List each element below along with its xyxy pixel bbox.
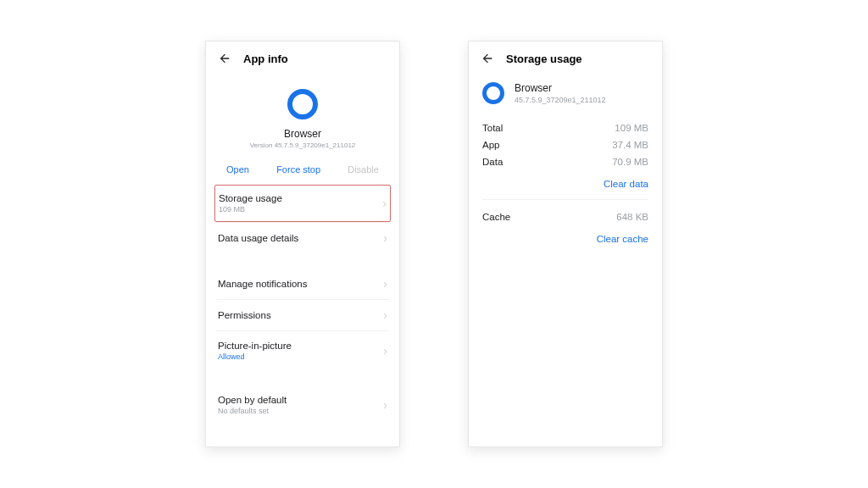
app-version: 45.7.5.9_37209e1_211012 (515, 96, 606, 104)
kv-app: App 37.4 MB (482, 136, 648, 153)
row-title: Open by default (218, 395, 287, 405)
row-open-by-default[interactable]: Open by default No defaults set › (216, 385, 389, 424)
settings-list-2: Manage notifications › Permissions › Pic… (206, 269, 399, 370)
kv-total: Total 109 MB (482, 119, 648, 136)
row-title: Data usage details (218, 233, 298, 243)
row-permissions[interactable]: Permissions › (216, 299, 389, 330)
row-title: Picture-in-picture (218, 341, 292, 351)
action-row: Open Force stop Disable (206, 156, 399, 185)
app-name: Browser (515, 82, 606, 94)
kv-data: Data 70.9 MB (482, 153, 648, 170)
kv-val: 648 KB (616, 212, 648, 222)
disable-button: Disable (348, 164, 379, 175)
chevron-right-icon: › (383, 232, 387, 244)
open-button[interactable]: Open (226, 164, 249, 175)
row-sub: Allowed (218, 352, 292, 361)
row-title: Storage usage (219, 193, 282, 203)
app-name: Browser (284, 128, 321, 140)
kv-key: Data (482, 157, 503, 167)
page-title: Storage usage (506, 53, 582, 65)
browser-app-icon (287, 89, 318, 119)
chevron-right-icon: › (383, 399, 387, 411)
kv-key: App (482, 140, 499, 150)
app-version: Version 45.7.5.9_37209e1_211012 (250, 141, 356, 149)
settings-list-1: Storage usage 109 MB › Data usage detail… (206, 185, 399, 253)
chevron-right-icon: › (383, 278, 387, 290)
cache-section: Cache 648 KB (469, 205, 662, 225)
titlebar: App info (206, 42, 399, 74)
storage-usage-screen: Storage usage Browser 45.7.5.9_37209e1_2… (468, 41, 663, 447)
storage-header: Browser 45.7.5.9_37209e1_211012 (469, 74, 662, 116)
force-stop-button[interactable]: Force stop (276, 164, 320, 175)
row-notifications[interactable]: Manage notifications › (216, 269, 389, 299)
kv-val: 70.9 MB (612, 157, 648, 167)
kv-val: 109 MB (615, 123, 648, 133)
titlebar: Storage usage (469, 42, 662, 74)
clear-data-button[interactable]: Clear data (469, 170, 662, 194)
kv-val: 37.4 MB (612, 140, 648, 150)
page-title: App info (243, 53, 288, 65)
kv-cache: Cache 648 KB (482, 208, 648, 225)
row-storage-usage[interactable]: Storage usage 109 MB › (214, 185, 391, 222)
browser-app-icon (482, 82, 504, 104)
settings-list-3: Open by default No defaults set › (206, 385, 399, 424)
row-sub: 109 MB (219, 205, 282, 214)
back-arrow-icon[interactable] (218, 52, 231, 65)
row-pip[interactable]: Picture-in-picture Allowed › (216, 330, 389, 370)
chevron-right-icon: › (383, 309, 387, 321)
clear-cache-button[interactable]: Clear cache (469, 225, 662, 249)
storage-breakdown: Total 109 MB App 37.4 MB Data 70.9 MB (469, 116, 662, 170)
row-data-usage[interactable]: Data usage details › (216, 222, 389, 253)
kv-key: Cache (482, 212, 510, 222)
app-hero: Browser Version 45.7.5.9_37209e1_211012 (206, 74, 399, 156)
chevron-right-icon: › (383, 345, 387, 357)
back-arrow-icon[interactable] (481, 52, 494, 65)
separator (482, 199, 648, 200)
chevron-right-icon: › (382, 197, 387, 209)
row-title: Permissions (218, 310, 271, 320)
app-info-screen: App info Browser Version 45.7.5.9_37209e… (205, 41, 400, 447)
row-title: Manage notifications (218, 279, 307, 289)
kv-key: Total (482, 123, 503, 133)
row-sub: No defaults set (218, 407, 287, 415)
